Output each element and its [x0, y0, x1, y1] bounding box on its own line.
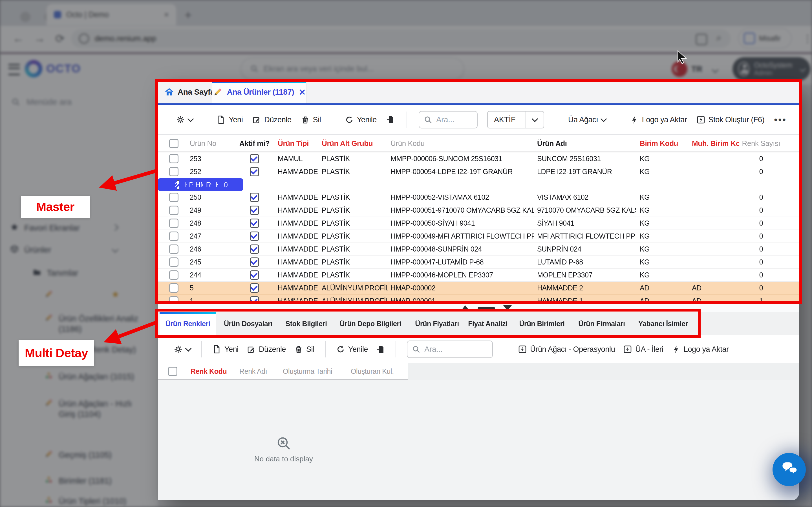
detail-edit-button[interactable]: Düzenle	[247, 345, 286, 354]
detail-new-button[interactable]: Yeni	[213, 345, 239, 354]
gear-icon	[174, 345, 183, 354]
detail-search-input[interactable]: Ara...	[407, 341, 493, 358]
chat-icon	[779, 459, 799, 480]
ua-ileri-button[interactable]: ÜA - İleri	[623, 345, 663, 354]
annotation-label-multi-detay: Multi Detay	[18, 340, 94, 366]
no-data-block: No data to display	[250, 436, 317, 463]
annotation-label-master: Master	[21, 196, 90, 218]
toolbar-divider	[201, 341, 202, 357]
mouse-cursor	[677, 50, 688, 65]
detail-column-header[interactable]: Renk Kodu	[191, 367, 227, 376]
detail-toolbar: YeniDüzenleSilYenileAra...Ürün Ağacı - O…	[158, 335, 799, 363]
detail-logo-aktar-button[interactable]: Logo ya Aktar	[672, 345, 729, 354]
boltbox-icon	[518, 345, 527, 353]
screen: Octo | Demo × + ← → ⟳ demo.renium.app ⌕ …	[0, 0, 812, 507]
annotation-label-master-text: Master	[36, 200, 74, 214]
trash-icon	[294, 345, 303, 353]
boltbox-icon	[623, 345, 632, 353]
exportdoc-icon	[376, 345, 385, 353]
chevron-down-icon	[185, 345, 192, 352]
select-all-checkbox[interactable]	[168, 367, 177, 376]
detail-delete-button[interactable]: Sil	[294, 345, 314, 354]
search-icon	[412, 345, 420, 353]
urun-agaci-operasyonlu-button[interactable]: Ürün Ağacı - Operasyonlu	[518, 345, 615, 354]
detail-grid-header: Renk KoduRenk AdıOluşturma TarihiOluştur…	[158, 363, 799, 380]
detail-export-button[interactable]	[376, 345, 385, 353]
no-data-text: No data to display	[250, 455, 317, 463]
annotation-rect-multi-detay	[155, 309, 701, 338]
annotation-label-multi-detay-text: Multi Detay	[25, 346, 88, 360]
detail-refresh-button[interactable]: Yenile	[336, 345, 368, 354]
detail-column-header[interactable]: Oluşturan Kul.	[351, 367, 394, 376]
chat-fab[interactable]	[772, 453, 806, 486]
doc-icon	[213, 345, 221, 353]
toolbar-divider	[396, 341, 396, 357]
toolbar-divider	[325, 341, 326, 357]
refresh-icon	[336, 345, 345, 353]
detail-settings-button[interactable]	[174, 345, 191, 354]
detail-column-header[interactable]: Renk Adı	[239, 367, 267, 376]
no-data-icon	[276, 436, 291, 451]
detail-column-header[interactable]: Oluşturma Tarihi	[283, 367, 332, 376]
detail-empty-area: No data to display	[158, 380, 799, 500]
annotation-rect-master	[155, 79, 802, 304]
bolt-icon	[672, 345, 680, 353]
edit-icon	[247, 345, 255, 353]
